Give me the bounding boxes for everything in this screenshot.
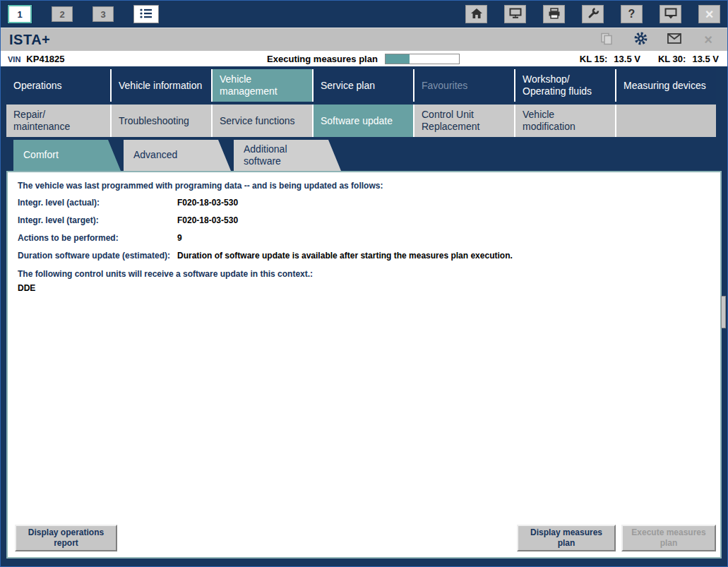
nav-measuring-devices[interactable]: Measuring devices xyxy=(616,69,716,102)
kl15-label: KL 15: xyxy=(580,54,608,64)
vin-group: VIN KP41825 xyxy=(1,54,267,64)
help-icon: ? xyxy=(628,8,635,20)
actions-to-be-performed-label: Actions to be performed: xyxy=(18,233,177,243)
vci-connection-icon xyxy=(509,8,522,21)
session-tab-1[interactable]: 1 xyxy=(8,5,32,23)
nav-software-update[interactable]: Software update xyxy=(314,105,413,137)
titlebar-tools: ? × xyxy=(465,5,720,23)
nav-repair-maintenance[interactable]: Repair/ maintenance xyxy=(6,105,110,137)
nav-secondary: Repair/ maintenance Troubleshooting Serv… xyxy=(6,105,716,137)
close-session-icon: × xyxy=(704,32,712,47)
close-window-button[interactable]: × xyxy=(698,5,720,23)
content-panel: The vehicle was last programmed with pro… xyxy=(6,171,722,559)
vci-connection-button[interactable] xyxy=(504,5,526,23)
app-bar-tools: × xyxy=(596,30,719,49)
nav-vehicle-modification[interactable]: Vehicle modification xyxy=(515,105,615,137)
duration-software-update-value: Duration of software update is available… xyxy=(177,251,513,261)
session-tab-3[interactable]: 3 xyxy=(93,6,114,22)
status-row: VIN KP41825 Executing measures plan KL 1… xyxy=(1,51,727,66)
progress-fill xyxy=(386,54,410,64)
nav-workshop-operating-fluids[interactable]: Workshop/ Operating fluids xyxy=(515,69,615,102)
nav-service-plan[interactable]: Service plan xyxy=(314,69,413,102)
tab-additional-software[interactable]: Additional software xyxy=(234,140,341,171)
control-units-list: DDE xyxy=(18,283,713,293)
mail-button[interactable] xyxy=(664,30,685,49)
home-icon xyxy=(470,8,483,21)
duration-software-update-label: Duration software update (estimated): xyxy=(18,251,177,261)
vin-label: VIN xyxy=(8,55,20,64)
nav-control-unit-replacement[interactable]: Control Unit Replacement xyxy=(414,105,514,137)
tab-comfort[interactable]: Comfort xyxy=(13,140,121,171)
sub-tabs: Comfort Advanced Additional software xyxy=(13,140,727,171)
execute-measures-plan-button[interactable]: Execute measures plan xyxy=(621,525,716,551)
tab-advanced[interactable]: Advanced xyxy=(124,140,231,171)
integr-level-target-value: F020-18-03-530 xyxy=(177,215,238,225)
content-row: Integr. level (target): F020-18-03-530 xyxy=(18,215,713,225)
scrollbar-thumb[interactable] xyxy=(721,296,726,328)
progress-group: Executing measures plan xyxy=(267,54,460,64)
actions-to-be-performed-value: 9 xyxy=(177,233,182,243)
minimize-button[interactable] xyxy=(660,5,681,23)
integr-level-actual-value: F020-18-03-530 xyxy=(177,198,238,208)
operations-report-button[interactable] xyxy=(596,30,617,49)
nav-vehicle-management[interactable]: Vehicle management xyxy=(213,69,312,102)
nav-service-functions[interactable]: Service functions xyxy=(213,105,312,137)
help-button[interactable]: ? xyxy=(621,5,643,23)
close-icon: × xyxy=(705,7,714,21)
session-list-button[interactable] xyxy=(133,5,159,23)
ista-window: 1 2 3 xyxy=(0,0,728,567)
integr-level-target-label: Integr. level (target): xyxy=(18,215,177,225)
display-measures-plan-button[interactable]: Display measures plan xyxy=(517,525,616,551)
integr-level-actual-label: Integr. level (actual): xyxy=(18,198,177,208)
nav-troubleshooting[interactable]: Troubleshooting xyxy=(112,105,211,137)
close-session-button[interactable]: × xyxy=(698,30,719,49)
home-button[interactable] xyxy=(465,5,487,23)
gear-icon xyxy=(633,31,648,48)
intro-text: The vehicle was last programmed with pro… xyxy=(18,181,713,191)
content-row: Actions to be performed: 9 xyxy=(18,233,713,243)
wrench-icon xyxy=(587,7,599,22)
printer-icon xyxy=(548,8,561,21)
vin-value: KP41825 xyxy=(26,54,64,64)
activity-label: Executing measures plan xyxy=(267,54,378,64)
window-titlebar: 1 2 3 xyxy=(1,1,727,28)
kl15-value: 13.5 V xyxy=(614,54,640,64)
settings-button[interactable] xyxy=(630,30,651,49)
mail-icon xyxy=(667,33,681,46)
session-tab-2[interactable]: 2 xyxy=(52,6,73,22)
nav-favourites[interactable]: Favourites xyxy=(414,69,514,102)
minimize-icon xyxy=(664,8,677,21)
operations-report-icon xyxy=(600,32,613,47)
context-line: The following control units will receive… xyxy=(18,269,713,279)
voltage-group: KL 15: 13.5 V KL 30: 13.5 V xyxy=(460,54,727,64)
kl30-label: KL 30: xyxy=(658,54,686,64)
content-row: Duration software update (estimated): Du… xyxy=(18,251,713,261)
content-row: Integr. level (actual): F020-18-03-530 xyxy=(18,198,713,208)
navigation: Operations Vehicle information Vehicle m… xyxy=(1,66,727,171)
nav-operations[interactable]: Operations xyxy=(6,69,110,102)
tools-button[interactable] xyxy=(582,5,604,23)
kl30-value: 13.5 V xyxy=(692,54,719,64)
nav-vehicle-information[interactable]: Vehicle information xyxy=(112,69,211,102)
nav-secondary-empty-cell xyxy=(616,105,716,137)
progress-bar xyxy=(385,54,460,64)
nav-primary: Operations Vehicle information Vehicle m… xyxy=(6,69,716,102)
sessions-list-icon xyxy=(139,8,153,21)
app-bar: ISTA+ xyxy=(1,28,727,51)
print-button[interactable] xyxy=(543,5,565,23)
session-tabs: 1 2 3 xyxy=(8,5,159,23)
app-title: ISTA+ xyxy=(9,32,50,48)
display-operations-report-button[interactable]: Display operations report xyxy=(15,525,117,551)
